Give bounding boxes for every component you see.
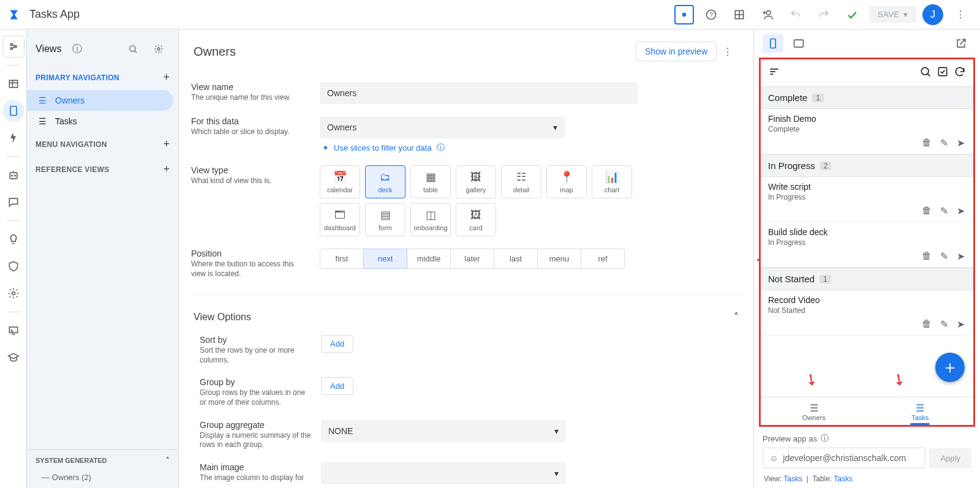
delete-icon[interactable]: 🗑 <box>922 205 932 217</box>
search-icon[interactable] <box>122 38 144 60</box>
position-next[interactable]: next <box>363 249 407 269</box>
for-data-select[interactable]: Owners ▾ <box>320 116 565 138</box>
edit-icon[interactable]: ✎ <box>940 205 948 217</box>
field-label: View name <box>191 82 307 92</box>
open-icon[interactable]: ➤ <box>957 137 965 149</box>
bottomnav-owners[interactable]: ☰Owners <box>761 397 867 425</box>
rail-idea-icon[interactable] <box>2 228 24 250</box>
group-aggregate-select[interactable]: NONE ▾ <box>321 420 566 442</box>
add-user-icon[interactable] <box>756 4 778 26</box>
info-icon[interactable]: ⓘ <box>821 433 829 444</box>
section-reference-views[interactable]: REFERENCE VIEWS + <box>27 157 178 182</box>
show-in-preview-button[interactable]: Show in preview <box>636 42 717 61</box>
info-icon[interactable]: ⓘ <box>437 142 445 153</box>
viewtype-tile-deck[interactable]: 🗂deck <box>365 165 405 198</box>
open-icon[interactable]: ➤ <box>957 205 965 217</box>
section-primary-nav[interactable]: PRIMARY NAVIGATION + <box>27 65 178 90</box>
viewtype-tile-onboarding[interactable]: ◫onboarding <box>410 203 451 236</box>
rail-actions-icon[interactable] <box>2 127 24 149</box>
open-external-icon[interactable] <box>951 34 971 53</box>
open-icon[interactable]: ➤ <box>957 250 965 262</box>
help-icon[interactable]: ? <box>700 4 722 26</box>
redo-icon[interactable] <box>813 4 835 26</box>
delete-icon[interactable]: 🗑 <box>922 137 932 149</box>
position-menu[interactable]: menu <box>537 249 581 269</box>
rail-settings-icon[interactable] <box>2 282 24 304</box>
delete-icon[interactable]: 🗑 <box>922 250 932 262</box>
viewtype-tile-chart[interactable]: 📊chart <box>592 165 632 198</box>
sysgen-item[interactable]: — Owners (2) <box>27 470 178 488</box>
edit-icon[interactable]: ✎ <box>940 318 948 330</box>
viewtype-tile-gallery[interactable]: 🖽gallery <box>456 165 496 198</box>
edit-icon[interactable]: ✎ <box>940 137 948 149</box>
rail-security-icon[interactable] <box>2 255 24 277</box>
save-button[interactable]: SAVE▾ <box>869 6 916 23</box>
bottomnav-tasks[interactable]: ☰Tasks <box>867 397 974 425</box>
viewtype-tile-card[interactable]: 🖼card <box>456 203 496 236</box>
fab-add-button[interactable]: ＋ <box>935 353 965 382</box>
menu-icon[interactable] <box>768 66 780 80</box>
status-table-link[interactable]: Tasks <box>834 475 853 483</box>
refresh-icon[interactable] <box>954 66 966 80</box>
plus-icon[interactable]: + <box>163 71 170 84</box>
rail-home-icon[interactable] <box>2 36 24 58</box>
gear-icon[interactable] <box>148 38 170 60</box>
rail-data-icon[interactable] <box>2 73 24 95</box>
grid-icon[interactable] <box>728 4 750 26</box>
more-icon[interactable]: ⋮ <box>949 4 971 26</box>
preview-group-header[interactable]: In Progress2 <box>761 154 973 177</box>
search-icon[interactable] <box>919 66 932 80</box>
preview-item[interactable]: Write script In Progress 🗑 ✎ ➤ <box>761 177 973 222</box>
rail-manage-icon[interactable] <box>2 320 24 342</box>
center-pane: Owners Show in preview ⋮ View name The u… <box>179 29 753 488</box>
preview-group-header[interactable]: Not Started1 <box>761 268 973 290</box>
position-first[interactable]: first <box>320 249 364 269</box>
viewtype-tile-detail[interactable]: ☷detail <box>501 165 541 198</box>
section-system-generated[interactable]: SYSTEM GENERATED ˄ <box>27 449 178 470</box>
add-sort-button[interactable]: Add <box>321 335 353 353</box>
preview-phone-tab[interactable] <box>763 34 783 53</box>
apply-button[interactable]: Apply <box>929 448 971 468</box>
nav-item-tasks[interactable]: ☰ Tasks <box>27 111 173 132</box>
open-icon[interactable]: ➤ <box>957 318 965 330</box>
check-icon[interactable] <box>841 4 863 26</box>
position-middle[interactable]: middle <box>407 249 451 269</box>
delete-icon[interactable]: 🗑 <box>922 318 932 330</box>
rail-learn-icon[interactable] <box>2 347 24 369</box>
plus-icon[interactable]: + <box>163 163 170 176</box>
rail-views-icon[interactable] <box>2 100 24 122</box>
viewtype-tile-form[interactable]: ▤form <box>365 203 405 236</box>
view-options-header[interactable]: View Options ˄ <box>191 305 741 329</box>
main-image-select[interactable]: ▾ <box>321 462 566 484</box>
plus-icon[interactable]: + <box>163 138 170 151</box>
more-icon[interactable]: ⋮ <box>717 40 739 62</box>
section-menu-nav[interactable]: MENU NAVIGATION + <box>27 132 178 157</box>
preview-item[interactable]: Finish Demo Complete 🗑 ✎ ➤ <box>761 109 973 154</box>
position-later[interactable]: later <box>450 249 494 269</box>
viewtype-tile-calendar[interactable]: 📅calendar <box>320 165 360 198</box>
edit-icon[interactable]: ✎ <box>940 250 948 262</box>
rail-bot-icon[interactable] <box>2 164 24 186</box>
preview-as-input[interactable]: ☺ jdeveloper@christianschalk.com <box>763 448 925 468</box>
viewtype-tile-dashboard[interactable]: 🗔dashboard <box>320 203 360 236</box>
preview-item[interactable]: Record Video Not Started 🗑 ✎ ➤ <box>761 290 973 336</box>
tile-label: table <box>423 186 438 193</box>
status-view-link[interactable]: Tasks <box>783 475 802 483</box>
position-last[interactable]: last <box>494 249 538 269</box>
checkbox-icon[interactable] <box>937 66 949 80</box>
preview-toggle-icon[interactable] <box>674 5 694 24</box>
undo-icon[interactable] <box>785 4 807 26</box>
viewtype-tile-table[interactable]: ▦table <box>410 165 451 198</box>
rail-chat-icon[interactable] <box>2 191 24 213</box>
slices-hint-link[interactable]: Use slices to filter your data <box>334 143 432 152</box>
preview-tablet-tab[interactable] <box>788 34 809 53</box>
avatar[interactable]: J <box>922 4 943 25</box>
position-ref[interactable]: ref <box>581 249 625 269</box>
viewtype-tile-map[interactable]: 📍map <box>546 165 587 198</box>
info-icon[interactable]: ⓘ <box>72 43 82 56</box>
view-name-input[interactable] <box>320 82 638 104</box>
add-group-button[interactable]: Add <box>321 377 353 395</box>
nav-item-owners[interactable]: ☰ Owners <box>27 90 173 111</box>
preview-item[interactable]: Build slide deck In Progress 🗑 ✎ ➤ <box>761 222 973 268</box>
preview-group-header[interactable]: Complete1 <box>761 86 973 109</box>
